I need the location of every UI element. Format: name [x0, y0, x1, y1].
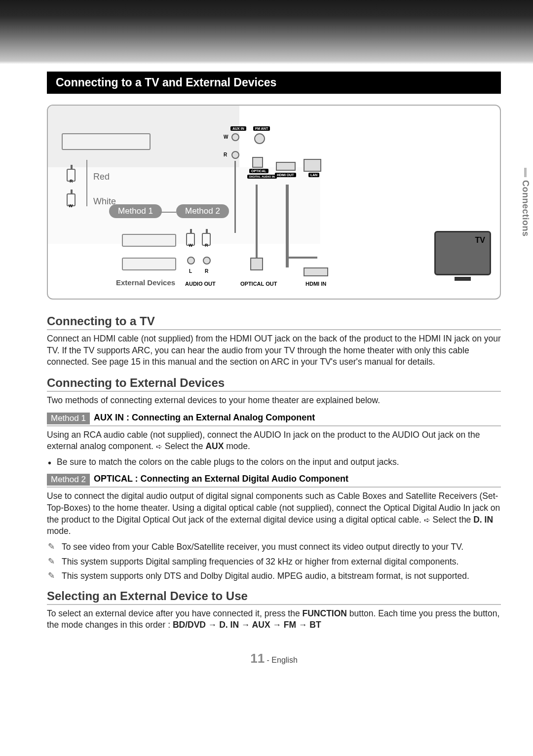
port-label-fm-ant: FM ANT [253, 126, 270, 131]
wr-label-w: W [224, 134, 228, 140]
audio-out-label: AUDIO OUT [185, 281, 216, 287]
jack-white-letter: W [69, 203, 73, 208]
method1-body: Using an RCA audio cable (not supplied),… [47, 429, 501, 453]
cable-optical [256, 185, 258, 258]
chapter-tab-label: Connections [520, 180, 531, 237]
hdmi-in-port [304, 267, 328, 276]
method2-pill-label: Method 2 [185, 206, 220, 216]
port-optical-in [252, 157, 263, 168]
external-devices-label: External Devices [116, 278, 175, 287]
arrow-icon: ➪ [424, 516, 430, 524]
method1-body-b: Select the [165, 441, 206, 451]
note-3: This system supports only DTS and Dolby … [47, 570, 501, 582]
cable-hdmi-tv [288, 257, 317, 259]
port-label-lan: LAN [308, 173, 319, 177]
rule [47, 329, 501, 330]
note-2: This system supports Digital sampling fr… [47, 556, 501, 568]
heading-connecting-tv: Connecting to a TV [47, 314, 501, 328]
optical-out-label: OPTICAL OUT [240, 281, 277, 287]
function-button-label: FUNCTION [303, 608, 347, 618]
port-fm [254, 133, 265, 144]
pill-connector [159, 212, 176, 213]
color-red-label: Red [93, 172, 110, 182]
method1-badge: Method 1 [47, 413, 90, 424]
para-selecting-device: To select an external device after you h… [47, 608, 501, 631]
port-aux-w [231, 133, 239, 141]
mode-sequence: BD/DVD → D. IN → AUX → FM → BT [173, 620, 321, 630]
connection-diagram: AUX IN FM ANT OPTICAL DIGITAL AUDIO IN H… [47, 105, 501, 300]
method2-body-b: Select the [433, 515, 474, 525]
audio-out-r-letter2: R [205, 268, 208, 274]
selecting-a: To select an external device after you h… [47, 608, 303, 618]
diagram-divider [86, 160, 87, 206]
method2-badge: Method 2 [47, 474, 90, 486]
method1-pill: Method 1 [109, 204, 162, 218]
method1-heading: Method 1 AUX IN : Connecting an External… [47, 413, 501, 426]
rule [47, 391, 501, 392]
port-label-digital-audio-in: DIGITAL AUDIO IN [247, 175, 277, 179]
page-top-gradient [0, 0, 533, 64]
method1-bullet: Be sure to match the colors on the cable… [47, 456, 501, 468]
heading-selecting-device: Selecting an External Device to Use [47, 589, 501, 603]
audio-out-r-letter: R [205, 243, 208, 248]
home-theater-front-icon [62, 133, 151, 150]
tv-label: TV [475, 236, 485, 245]
rule [47, 604, 501, 605]
audio-out-w-letter: W [189, 243, 193, 248]
heading-connecting-ext: Connecting to External Devices [47, 376, 501, 390]
hdmi-in-label: HDMI IN [305, 281, 326, 287]
page-footer: 11 - English [47, 651, 501, 666]
wr-label-r: R [224, 152, 227, 157]
port-hdmi-out [276, 162, 296, 171]
port-label-hdmi-out: HDMI OUT [275, 173, 296, 177]
section-banner: Connecting to a TV and External Devices [47, 72, 501, 94]
method2-title: OPTICAL : Connecting an External Digital… [94, 474, 348, 486]
note-1: To see video from your Cable Box/Satelli… [47, 541, 501, 553]
arrow-icon: ➪ [156, 442, 162, 451]
method1-aux-mode: AUX [205, 441, 224, 451]
page-number: 11 [250, 651, 265, 666]
method1-body-a: Using an RCA audio cable (not supplied),… [47, 430, 480, 452]
section-banner-title: Connecting to a TV and External Devices [56, 76, 276, 89]
external-device-1-icon [122, 234, 176, 247]
jack-red-letter: R [70, 179, 73, 184]
chapter-tab: Connections [517, 168, 533, 237]
port-label-aux-in: AUX IN [230, 126, 246, 131]
method2-pill: Method 2 [176, 204, 229, 218]
method2-body-d: mode. [47, 526, 71, 536]
method2-body: Use to connect the digital audio output … [47, 491, 501, 537]
method1-body-d: mode. [226, 441, 250, 451]
external-device-2-icon [122, 258, 176, 270]
optical-out-port [250, 258, 263, 270]
audio-out-r-port [203, 257, 211, 265]
para-ext-intro: Two methods of connecting external devic… [47, 395, 501, 407]
audio-out-l-letter: L [189, 268, 192, 274]
method2-heading: Method 2 OPTICAL : Connecting an Externa… [47, 474, 501, 488]
cable-hdmi [286, 185, 289, 267]
port-aux-r [231, 151, 239, 159]
port-label-optical: OPTICAL [249, 169, 268, 173]
method1-pill-label: Method 1 [118, 206, 153, 216]
audio-out-l-port [187, 257, 195, 265]
page-language: - English [267, 656, 298, 664]
port-lan [304, 159, 321, 172]
para-connecting-tv: Connect an HDMI cable (not supplied) fro… [47, 333, 501, 368]
method1-title: AUX IN : Connecting an External Analog C… [94, 413, 315, 424]
cable-aux [234, 161, 236, 233]
method2-din-mode: D. IN [473, 515, 493, 525]
